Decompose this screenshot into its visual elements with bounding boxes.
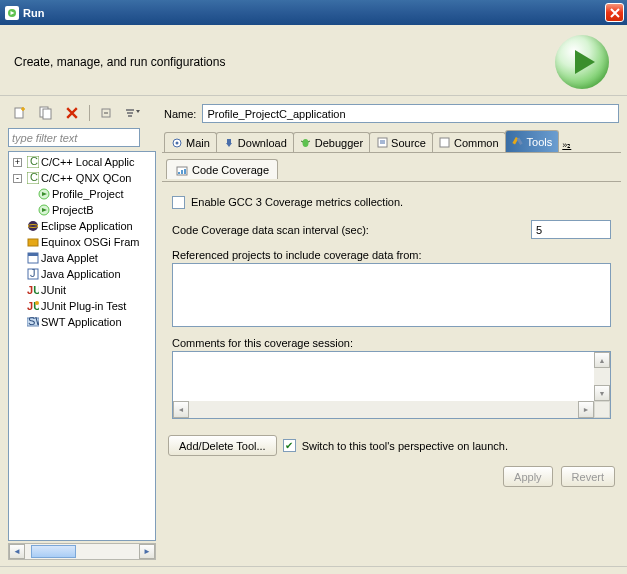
main-icon — [171, 137, 183, 149]
svg-rect-26 — [28, 253, 38, 256]
collapse-all-button[interactable] — [96, 103, 118, 123]
svg-text:JU: JU — [27, 284, 39, 296]
svg-rect-48 — [178, 172, 180, 174]
eclipse-icon — [26, 220, 39, 233]
java-app-icon: J — [26, 268, 39, 281]
close-icon[interactable] — [605, 3, 624, 22]
comments-vscroll[interactable]: ▲ ▼ — [594, 352, 610, 401]
osgi-icon — [26, 236, 39, 249]
tab-tools[interactable]: Tools — [505, 130, 560, 152]
revert-button[interactable]: Revert — [561, 466, 615, 487]
window-icon — [5, 6, 19, 20]
switch-perspective-checkbox[interactable] — [283, 439, 296, 452]
download-icon — [223, 137, 235, 149]
tree-item[interactable]: Equinox OSGi Fram — [11, 234, 153, 250]
comments-textarea[interactable]: ▲ ▼ ◄ ► — [172, 351, 611, 419]
svg-point-22 — [28, 221, 38, 231]
svg-marker-13 — [136, 110, 140, 113]
svg-marker-37 — [226, 143, 232, 147]
tree-hscrollbar[interactable]: ◄ ► — [8, 543, 156, 560]
subtab-code-coverage[interactable]: Code Coverage — [166, 159, 278, 179]
tree-item[interactable]: + C C/C++ Local Applic — [11, 154, 153, 170]
svg-rect-50 — [184, 169, 186, 174]
run-cfg-icon — [37, 188, 50, 201]
delete-button[interactable] — [61, 103, 83, 123]
svg-point-35 — [176, 141, 179, 144]
c-app-icon: C — [26, 172, 39, 185]
tab-download[interactable]: Download — [216, 132, 294, 152]
ref-projects-label: Referenced projects to include coverage … — [172, 249, 611, 261]
svg-line-39 — [301, 141, 303, 142]
add-delete-tool-button[interactable]: Add/Delete Tool... — [168, 435, 277, 456]
tabstrip: Main Download Debugger Source Common Too… — [162, 131, 621, 153]
svg-rect-11 — [127, 112, 133, 114]
name-label: Name: — [164, 108, 196, 120]
svg-text:SWT: SWT — [28, 316, 39, 327]
enable-coverage-label: Enable GCC 3 Coverage metrics collection… — [191, 196, 403, 208]
junit-plugin-icon: JU — [26, 300, 39, 313]
header: Create, manage, and run configurations — [0, 25, 627, 96]
expand-icon[interactable]: + — [13, 158, 22, 167]
svg-rect-46 — [517, 137, 523, 145]
scroll-down-button[interactable]: ▼ — [594, 385, 610, 401]
svg-rect-10 — [126, 109, 134, 111]
scroll-right-button[interactable]: ► — [139, 544, 155, 559]
svg-point-38 — [303, 139, 309, 147]
tab-debugger[interactable]: Debugger — [293, 132, 370, 152]
config-tree[interactable]: + C C/C++ Local Applic - C C/C++ QNX QCo… — [8, 151, 156, 541]
tab-overflow-button[interactable]: »₂ — [558, 138, 575, 152]
coverage-icon — [175, 163, 188, 176]
svg-text:J: J — [30, 268, 36, 279]
apply-button[interactable]: Apply — [503, 466, 553, 487]
tree-item[interactable]: J Java Application — [11, 266, 153, 282]
svg-rect-44 — [440, 138, 449, 147]
svg-line-40 — [308, 141, 310, 142]
name-input[interactable] — [202, 104, 619, 123]
junit-icon: JU — [26, 284, 39, 297]
comments-hscroll[interactable]: ◄ ► — [173, 401, 610, 418]
svg-text:C: C — [30, 156, 38, 167]
tree-item[interactable]: SWT SWT Application — [11, 314, 153, 330]
svg-text:C: C — [30, 172, 38, 183]
duplicate-button[interactable] — [35, 103, 57, 123]
scroll-left-button[interactable]: ◄ — [173, 401, 189, 418]
scroll-left-button[interactable]: ◄ — [9, 544, 25, 559]
interval-label: Code Coverage data scan interval (sec): — [172, 224, 369, 236]
tree-item[interactable]: ProjectB — [11, 202, 153, 218]
ref-projects-list[interactable] — [172, 263, 611, 327]
enable-coverage-checkbox[interactable] — [172, 196, 185, 209]
filter-input[interactable] — [8, 128, 140, 147]
collapse-icon[interactable]: - — [13, 174, 22, 183]
run-banner-icon — [555, 35, 609, 89]
new-config-button[interactable] — [9, 103, 31, 123]
tree-item[interactable]: Eclipse Application — [11, 218, 153, 234]
hscroll-thumb[interactable] — [31, 545, 77, 558]
run-cfg-icon — [37, 204, 50, 217]
scroll-right-button[interactable]: ► — [578, 401, 594, 418]
tab-main[interactable]: Main — [164, 132, 217, 152]
scroll-up-button[interactable]: ▲ — [594, 352, 610, 368]
svg-rect-7 — [43, 109, 51, 119]
tab-common[interactable]: Common — [432, 132, 506, 152]
tree-item[interactable]: JU JUnit — [11, 282, 153, 298]
source-icon — [376, 137, 388, 149]
tree-item[interactable]: Java Applet — [11, 250, 153, 266]
svg-rect-24 — [28, 239, 38, 246]
titlebar: Run — [0, 0, 627, 25]
applet-icon — [26, 252, 39, 265]
config-toolbar — [6, 100, 156, 126]
tools-icon — [512, 136, 524, 148]
window-title: Run — [23, 7, 44, 19]
tree-item[interactable]: JU JUnit Plug-in Test — [11, 298, 153, 314]
interval-input[interactable] — [531, 220, 611, 239]
tree-item[interactable]: - C C/C++ QNX QCon — [11, 170, 153, 186]
svg-point-31 — [35, 301, 39, 305]
comments-label: Comments for this coverage session: — [172, 337, 611, 349]
tree-item[interactable]: Profile_Project — [11, 186, 153, 202]
svg-rect-45 — [512, 137, 518, 145]
tab-source[interactable]: Source — [369, 132, 433, 152]
bug-icon — [300, 137, 312, 149]
svg-rect-49 — [181, 170, 183, 174]
header-subtitle: Create, manage, and run configurations — [14, 55, 225, 69]
filter-dropdown-button[interactable] — [122, 103, 144, 123]
